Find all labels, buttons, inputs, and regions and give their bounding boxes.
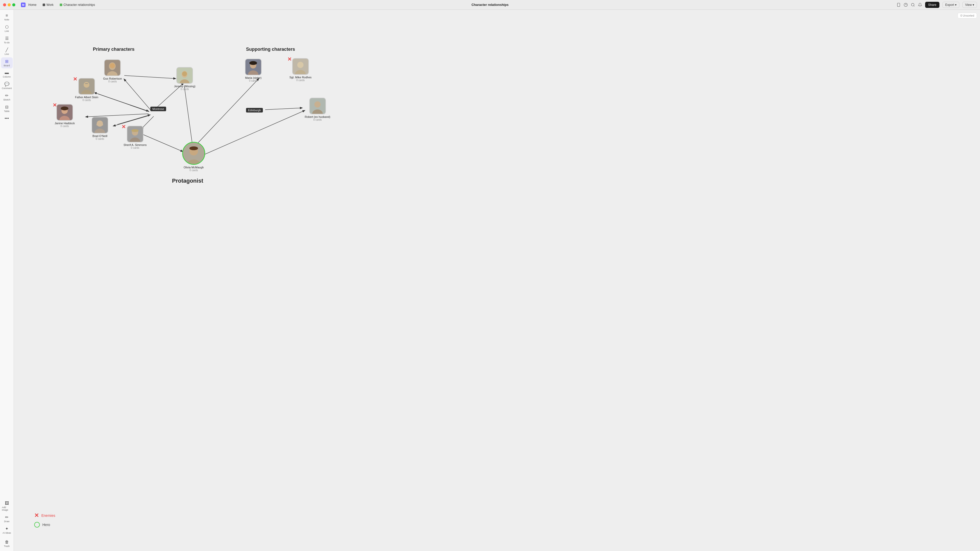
work-tab[interactable]: Work (40, 2, 56, 8)
protagonist-label: Protagonist (172, 178, 203, 184)
node-maria[interactable]: Maria (sister) 0 cards (245, 59, 262, 82)
robert-cards: 0 cards (313, 118, 322, 121)
svg-line-9 (118, 115, 150, 124)
node-father-albert[interactable]: ✕ Father Albert Stein 0 cards (75, 78, 98, 102)
sidebar-item-todo[interactable]: ☰ To-do (1, 35, 13, 45)
app-icon: M (21, 3, 25, 7)
todo-icon: ☰ (5, 36, 9, 41)
jeremy-cards: 0 cards (180, 88, 189, 91)
svg-point-23 (182, 71, 187, 76)
father-albert-enemy-icon: ✕ (73, 76, 77, 82)
sidebar-item-line[interactable]: ╱ Line (1, 46, 13, 57)
robert-photo (309, 98, 326, 114)
sidebar-label-link: Link (5, 30, 9, 32)
svg-line-13 (192, 79, 259, 149)
table-icon: ⊟ (5, 105, 8, 110)
line-icon: ╱ (6, 48, 8, 52)
title-bar: M Home Work Character relationships Char… (0, 0, 372, 10)
link-icon: ⬡ (5, 24, 9, 29)
janine-name: Janine Haddock (55, 122, 75, 125)
node-sgt-mike[interactable]: ✕ Sgt. Mike Rodhes 0 cards (290, 58, 312, 82)
sidebar-label-board: Board (3, 64, 10, 67)
svg-line-3 (124, 79, 150, 110)
brad-cards: 0 cards (96, 138, 104, 140)
jeremy-name: Jeremy (Missing) (174, 85, 196, 88)
sidebar-item-more[interactable]: ••• (1, 114, 13, 122)
note-icon: ≡ (6, 13, 8, 18)
column-icon: ▬ (5, 70, 9, 75)
node-robert[interactable]: Robert (ex husband) 0 cards (305, 98, 330, 121)
father-albert-cards: 0 cards (83, 99, 91, 102)
character-relationships-tab[interactable]: Character relationships (57, 2, 97, 8)
sidebar-item-table[interactable]: ⊟ Table (1, 103, 13, 114)
sidebar-item-board[interactable]: ⊞ Board (1, 57, 13, 68)
gus-cards: 0 cards (108, 80, 117, 83)
sidebar-item-link[interactable]: ⬡ Link (1, 23, 13, 34)
sgt-mike-name: Sgt. Mike Rodhes (290, 76, 312, 79)
node-brad[interactable]: Brad O'Neill 0 cards (92, 117, 108, 140)
edinburgh-label: Edinburgh (246, 108, 263, 113)
svg-line-12 (184, 86, 192, 145)
svg-point-49 (314, 101, 320, 107)
node-jeremy[interactable]: Jeremy (Missing) 0 cards (174, 67, 196, 91)
robert-name: Robert (ex husband) (305, 115, 330, 118)
sidebar-label-table: Table (4, 110, 10, 113)
home-tab-label: Home (28, 3, 37, 6)
sidebar-label-todo: To-do (4, 41, 10, 44)
father-albert-name: Father Albert Stein (75, 96, 98, 99)
brad-name: Brad O'Neill (92, 135, 107, 138)
olivia-cards: 0 cards (189, 169, 198, 171)
jeremy-photo (177, 67, 193, 84)
work-tab-label: Work (46, 3, 54, 6)
sidebar-item-comment[interactable]: 💬 Comment (1, 80, 13, 91)
sidebar: ≡ Note ⬡ Link ☰ To-do ╱ Line ⊞ Board ▬ C… (0, 10, 14, 208)
close-button[interactable] (3, 3, 6, 6)
maria-cards: 0 cards (249, 79, 258, 82)
svg-line-8 (113, 116, 149, 126)
svg-point-40 (131, 129, 138, 132)
svg-line-7 (86, 114, 148, 117)
sgt-mike-cards: 0 cards (296, 79, 305, 82)
sidebar-label-note: Note (4, 18, 9, 21)
svg-rect-36 (97, 124, 103, 125)
svg-line-11 (143, 135, 183, 151)
janine-cards: 0 cards (60, 125, 69, 127)
gus-name: Gus Robertson (103, 77, 122, 80)
sidebar-label-comment: Comment (2, 87, 12, 89)
svg-point-46 (298, 62, 304, 68)
sherif-cards: 0 cards (131, 146, 139, 149)
sgt-mike-photo (292, 58, 309, 75)
board-icon: ⊞ (5, 59, 8, 64)
father-albert-photo (78, 78, 95, 95)
node-janine[interactable]: ✕ Janine Haddock 0 cards (55, 104, 75, 127)
minimize-button[interactable] (8, 3, 11, 6)
sidebar-label-column: Column (3, 76, 11, 78)
olivia-name: Olivia McMaugh (184, 166, 204, 169)
maximize-button[interactable] (12, 3, 15, 6)
home-tab[interactable]: M Home (18, 2, 39, 8)
sidebar-item-column[interactable]: ▬ Column (1, 69, 13, 79)
janine-photo (56, 104, 73, 121)
node-olivia[interactable]: Olivia McMaugh 0 cards (182, 142, 205, 171)
svg-line-16 (124, 76, 176, 79)
sidebar-item-sketch[interactable]: ✏ Sketch (1, 92, 13, 103)
svg-point-54 (189, 146, 198, 150)
node-gus[interactable]: Gus Robertson 0 cards (103, 59, 122, 83)
sherif-enemy-icon: ✕ (121, 124, 126, 130)
work-tab-icon (43, 3, 45, 6)
brad-photo (92, 117, 108, 133)
montrose-label: Montrose (150, 106, 166, 111)
main-canvas: 0 Unsorted Primary characters Supporting… (14, 10, 372, 208)
svg-point-32 (61, 106, 68, 110)
olivia-photo (182, 142, 205, 165)
svg-rect-28 (85, 83, 88, 84)
svg-line-15 (200, 110, 305, 156)
comment-icon: 💬 (4, 82, 10, 86)
maria-name: Maria (sister) (245, 76, 261, 79)
character-tab-label: Character relationships (64, 3, 95, 6)
maria-photo (245, 59, 262, 75)
node-sherif[interactable]: ✕ Sherif A. Simmons 0 cards (124, 126, 146, 149)
sidebar-label-line: Line (5, 53, 9, 56)
sidebar-item-note[interactable]: ≡ Note (1, 12, 13, 22)
svg-point-26 (84, 82, 89, 88)
